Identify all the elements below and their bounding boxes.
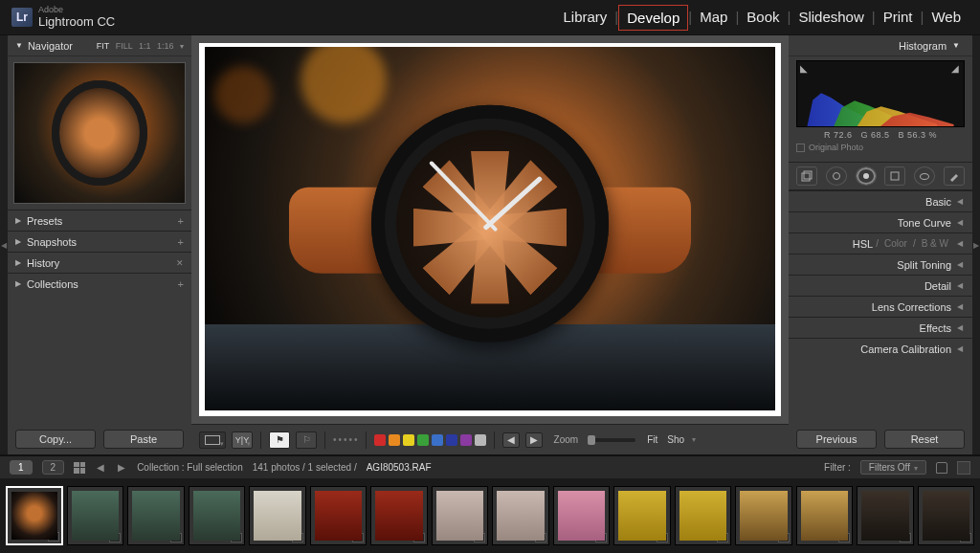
filmstrip-thumb[interactable]: ▢ — [857, 486, 914, 545]
filmstrip-thumb[interactable]: ▢ — [370, 486, 428, 545]
panel-detail[interactable]: Detail◀ — [789, 275, 972, 296]
original-photo-toggle[interactable]: Original Photo — [796, 143, 965, 152]
navigator-preview[interactable] — [8, 56, 191, 210]
checkbox-icon[interactable] — [796, 144, 805, 152]
star-rating[interactable]: ••••• — [333, 434, 358, 445]
crop-tool-icon[interactable] — [796, 166, 817, 186]
zoom-1-1[interactable]: 1:1 — [139, 41, 151, 51]
shadow-clip-icon[interactable]: ◣ — [800, 63, 810, 73]
zoom-fit-option[interactable]: Fit — [647, 434, 657, 445]
adjustment-brush-icon[interactable] — [944, 166, 965, 186]
filmstrip-thumb[interactable]: ▢ — [249, 486, 306, 545]
histogram[interactable]: ◣ ◢ R 72.6 G 68.5 B 56.3 % Original Phot… — [789, 56, 972, 162]
before-after-button[interactable]: Y|Y▾ — [232, 431, 253, 449]
filmstrip[interactable]: ▢ ▢ ▢ ▢ ▢ ▢ ▢ ▢ ▢ ▢ ▢ ▢ ▢ ▢ ▢ ▢ — [0, 478, 980, 553]
filmstrip-thumb[interactable]: ▢ — [492, 486, 549, 545]
panel-collections[interactable]: ▶ Collections + — [8, 273, 191, 294]
color-swatch[interactable] — [460, 434, 472, 446]
reset-button[interactable]: Reset — [884, 430, 965, 449]
plus-icon[interactable]: + — [178, 236, 184, 248]
panel-lens-corrections[interactable]: Lens Corrections◀ — [789, 296, 972, 317]
highlight-clip-icon[interactable]: ◢ — [951, 63, 961, 73]
color-swatch[interactable] — [417, 434, 429, 446]
paste-button[interactable]: Paste — [103, 430, 184, 449]
color-swatch[interactable] — [403, 434, 414, 446]
zoom-1-16[interactable]: 1:16 — [157, 41, 174, 51]
filmstrip-thumb[interactable]: ▢ — [918, 486, 975, 545]
color-swatch[interactable] — [432, 434, 443, 446]
panel-tone-curve[interactable]: Tone Curve◀ — [789, 211, 972, 232]
nav-forward-icon[interactable]: ▶ — [116, 462, 127, 473]
filmstrip-thumb[interactable]: ▢ — [553, 486, 611, 545]
filmstrip-thumb[interactable]: ▢ — [127, 486, 185, 545]
panel-presets[interactable]: ▶ Presets + — [8, 210, 191, 231]
filmstrip-thumb[interactable]: ▢ — [189, 486, 246, 545]
lock-icon[interactable] — [936, 462, 947, 474]
module-library[interactable]: Library — [555, 5, 614, 31]
copy-button[interactable]: Copy... — [15, 430, 96, 449]
filmstrip-thumb[interactable]: ▢ — [735, 486, 792, 545]
loupe-view-button[interactable]: ▾ — [199, 431, 226, 449]
module-web[interactable]: Web — [924, 5, 969, 31]
histogram-header[interactable]: Histogram ▼ — [789, 35, 972, 56]
radial-filter-icon[interactable] — [914, 166, 935, 186]
filter-toggle-button[interactable] — [957, 461, 970, 475]
nav-back-icon[interactable]: ◀ — [95, 462, 106, 473]
previous-button[interactable]: Previous — [796, 430, 877, 449]
view-page-2[interactable]: 2 — [42, 460, 65, 475]
next-photo-button[interactable]: ▶ — [525, 432, 543, 448]
panel-effects[interactable]: Effects◀ — [789, 317, 972, 338]
filmstrip-thumb[interactable]: ▢ — [6, 486, 63, 545]
left-panel-collapse[interactable]: ◀ — [0, 35, 8, 454]
color-swatch[interactable] — [446, 434, 457, 446]
chevron-down-icon[interactable]: ▾ — [692, 435, 696, 444]
filmstrip-thumb[interactable]: ▢ — [675, 486, 732, 545]
grid-view-icon[interactable] — [74, 462, 85, 474]
zoom-sho-option[interactable]: Sho — [667, 434, 684, 445]
chevron-right-icon: ▶ — [15, 237, 21, 246]
module-print[interactable]: Print — [876, 5, 921, 31]
current-filename: AGI80503.RAF — [367, 462, 432, 473]
panel-camera-calibration[interactable]: Camera Calibration◀ — [789, 338, 972, 359]
color-swatch[interactable] — [374, 434, 386, 446]
color-swatch[interactable] — [389, 434, 400, 446]
module-map[interactable]: Map — [692, 5, 735, 31]
main-preview[interactable] — [199, 43, 781, 416]
filmstrip-thumb[interactable]: ▢ — [796, 486, 854, 545]
plus-icon[interactable]: + — [178, 278, 184, 290]
redeye-tool-icon[interactable] — [856, 166, 877, 186]
panel-split-toning[interactable]: Split Toning◀ — [789, 254, 972, 275]
prev-photo-button[interactable]: ◀ — [502, 432, 520, 448]
filmstrip-thumb[interactable]: ▢ — [310, 486, 368, 545]
module-book[interactable]: Book — [739, 5, 787, 31]
panel-history[interactable]: ▶ History ✕ — [8, 252, 191, 273]
zoom-more-icon[interactable]: ▾ — [180, 42, 184, 51]
filter-dropdown[interactable]: Filters Off▾ — [860, 460, 926, 475]
close-icon[interactable]: ✕ — [176, 258, 184, 268]
chevron-right-icon: ▶ — [15, 216, 21, 225]
filmstrip-thumb[interactable]: ▢ — [67, 486, 124, 545]
right-panel-collapse[interactable]: ▶ — [972, 35, 980, 454]
filmstrip-thumb[interactable]: ▢ — [613, 486, 671, 545]
panel-snapshots[interactable]: ▶ Snapshots + — [8, 231, 191, 252]
navigator-header[interactable]: ▼ Navigator FIT FILL 1:1 1:16 ▾ — [8, 35, 191, 56]
view-page-1[interactable]: 1 — [10, 460, 33, 475]
module-develop[interactable]: Develop — [618, 5, 688, 31]
zoom-slider[interactable] — [588, 438, 635, 442]
flag-reject-icon[interactable]: ⚐ — [296, 431, 317, 449]
color-swatch[interactable] — [475, 434, 486, 446]
histogram-title: Histogram — [899, 40, 947, 52]
module-slideshow[interactable]: Slideshow — [791, 5, 871, 31]
zoom-fit[interactable]: FIT — [97, 41, 109, 51]
panel-basic[interactable]: Basic◀ — [789, 190, 972, 211]
navigator-title: Navigator — [28, 40, 73, 52]
app-brand: Adobe Lightroom CC — [38, 6, 115, 29]
zoom-fill[interactable]: FILL — [116, 41, 133, 51]
panel-hsl[interactable]: HSL /Color /B & W ◀ — [789, 232, 972, 254]
spot-removal-icon[interactable] — [826, 166, 847, 186]
graduated-filter-icon[interactable] — [884, 166, 905, 186]
filmstrip-thumb[interactable]: ▢ — [432, 486, 489, 545]
flag-pick-icon[interactable]: ⚑ — [269, 431, 290, 449]
center-panel: ▾ Y|Y▾ ⚑ ⚐ ••••• ◀ ▶ Zoom — [191, 35, 789, 454]
plus-icon[interactable]: + — [178, 215, 184, 227]
